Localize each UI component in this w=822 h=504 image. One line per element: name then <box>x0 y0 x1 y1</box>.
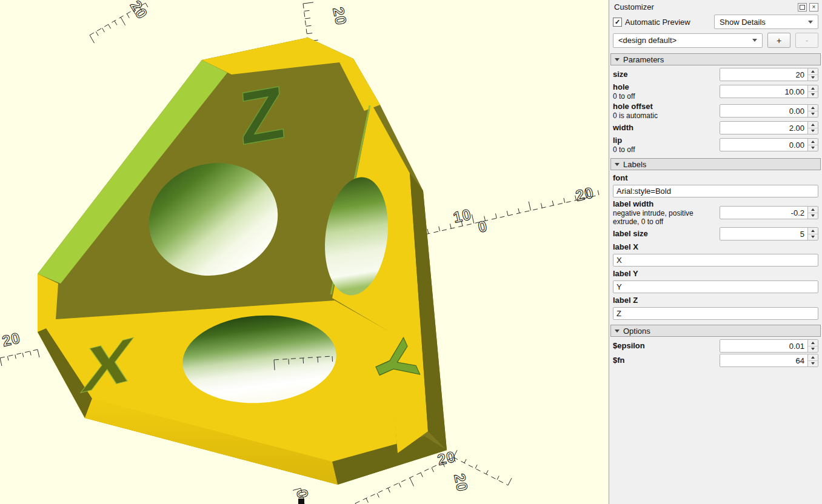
param-row: size20 <box>609 67 822 82</box>
spin-up-icon[interactable] <box>808 228 818 234</box>
param-desc: negative intrude, positive extrude, 0 to… <box>613 209 716 226</box>
fn-spinbox[interactable]: 64 <box>720 354 818 367</box>
section-label: Options <box>623 327 650 336</box>
param-row: label Y <box>609 268 822 294</box>
spin-down-icon[interactable] <box>808 145 818 151</box>
spin-value: 64 <box>720 356 818 365</box>
param-label: size <box>613 70 716 79</box>
spin-down-icon[interactable] <box>808 111 818 118</box>
param-row: label Z <box>609 294 822 321</box>
param-label: hole offset <box>613 102 716 111</box>
spin-down-icon[interactable] <box>808 234 818 240</box>
details-dropdown[interactable]: Show Details <box>714 15 818 29</box>
automatic-preview-label: Automatic Preview <box>625 18 690 27</box>
param-label: label Y <box>613 269 818 279</box>
spin-value: -0.2 <box>720 208 818 217</box>
parameter-sections: Parameterssize20hole0 to off10.00hole of… <box>609 53 822 368</box>
preset-dropdown-value: <design default> <box>618 36 677 45</box>
section-header-labels[interactable]: Labels <box>610 158 821 170</box>
param-row: label widthnegative intrude, positive ex… <box>609 199 822 227</box>
preview-row: ✓ Automatic Preview Show Details <box>609 13 822 31</box>
param-desc: 0 to off <box>613 92 716 101</box>
axis-origin-mark <box>298 499 304 504</box>
param-desc: 0 to off <box>613 145 716 154</box>
panel-title: Customizer <box>614 2 654 12</box>
label-y-input[interactable] <box>613 280 818 293</box>
spin-up-icon[interactable] <box>808 68 818 75</box>
spin-up-icon[interactable] <box>808 354 818 361</box>
param-row: font <box>609 172 822 199</box>
spin-value: 0.01 <box>720 342 818 351</box>
add-preset-button[interactable]: + <box>767 33 790 48</box>
spin-up-icon[interactable] <box>808 85 818 92</box>
collapse-arrow-icon <box>615 163 620 166</box>
panel-titlebar: Customizer × <box>609 0 822 13</box>
param-row: label size5 <box>609 227 822 241</box>
preset-dropdown[interactable]: <design default> <box>613 33 763 48</box>
param-row: hole0 to off10.00 <box>609 82 822 101</box>
chevron-down-icon <box>752 39 757 42</box>
customizer-panel: Customizer × ✓ Automatic Preview Show De… <box>609 0 822 504</box>
section-header-parameters[interactable]: Parameters <box>610 53 821 65</box>
section-label: Labels <box>623 160 646 169</box>
collapse-arrow-icon <box>615 330 620 333</box>
undock-icon[interactable] <box>798 3 807 12</box>
param-desc: 0 is automatic <box>613 111 716 120</box>
spin-value: 2.00 <box>720 124 818 133</box>
label-size-spinbox[interactable]: 5 <box>720 227 818 240</box>
label-z-input[interactable] <box>613 307 818 320</box>
spin-up-icon[interactable] <box>808 340 818 346</box>
spin-up-icon[interactable] <box>808 122 818 128</box>
param-row: hole offset0 is automatic0.00 <box>609 101 822 121</box>
size-spinbox[interactable]: 20 <box>720 68 818 81</box>
spin-up-icon[interactable] <box>808 207 818 213</box>
param-label: font <box>613 173 818 183</box>
label-width-spinbox[interactable]: -0.2 <box>720 206 818 219</box>
hole-spinbox[interactable]: 10.00 <box>720 85 818 98</box>
openscad-window: 20 10 0 20 20 20 20 20 0 <box>0 0 822 504</box>
font-input[interactable] <box>613 185 818 197</box>
param-row: $epsilon0.01 <box>609 339 822 353</box>
lip-spinbox[interactable]: 0.00 <box>720 138 818 151</box>
spin-up-icon[interactable] <box>808 105 818 111</box>
spin-up-icon[interactable] <box>808 139 818 145</box>
param-label: width <box>613 123 716 133</box>
spin-value: 5 <box>720 230 818 239</box>
param-row: label X <box>609 241 822 268</box>
width-spinbox[interactable]: 2.00 <box>720 121 818 134</box>
preset-row: <design default> + - <box>609 31 822 50</box>
param-row: width2.00 <box>609 121 822 135</box>
epsilon-spinbox[interactable]: 0.01 <box>720 339 818 353</box>
label-x-input[interactable] <box>613 254 818 267</box>
close-icon[interactable]: × <box>809 3 818 12</box>
param-label: $fn <box>613 356 716 365</box>
param-label: hole <box>613 82 716 92</box>
details-dropdown-value: Show Details <box>720 18 766 27</box>
spin-down-icon[interactable] <box>808 346 818 353</box>
label-z-text: Z <box>237 70 287 161</box>
3d-viewport[interactable]: 20 10 0 20 20 20 20 20 0 <box>0 0 609 504</box>
collapse-arrow-icon <box>615 58 620 61</box>
spin-down-icon[interactable] <box>808 361 818 367</box>
hole-offset-spinbox[interactable]: 0.00 <box>720 104 818 118</box>
spin-value: 0.00 <box>720 141 818 150</box>
spin-down-icon[interactable] <box>808 213 818 219</box>
remove-preset-button[interactable]: - <box>795 33 818 48</box>
param-label: label X <box>613 242 818 252</box>
spin-value: 10.00 <box>720 87 818 96</box>
spin-value: 0.00 <box>720 107 818 116</box>
spin-down-icon[interactable] <box>808 92 818 98</box>
param-label: label size <box>613 229 716 239</box>
param-label: lip <box>613 136 716 145</box>
chevron-down-icon <box>808 21 813 24</box>
spin-down-icon[interactable] <box>808 128 818 134</box>
section-header-options[interactable]: Options <box>610 325 821 337</box>
param-label: $epsilon <box>613 341 716 351</box>
spin-value: 20 <box>720 70 818 79</box>
param-label: label width <box>613 199 716 209</box>
automatic-preview-checkbox[interactable]: ✓ <box>613 18 622 27</box>
section-label: Parameters <box>623 55 664 64</box>
spin-down-icon[interactable] <box>808 75 818 81</box>
param-row: $fn64 <box>609 353 822 368</box>
param-row: lip0 to off0.00 <box>609 135 822 154</box>
